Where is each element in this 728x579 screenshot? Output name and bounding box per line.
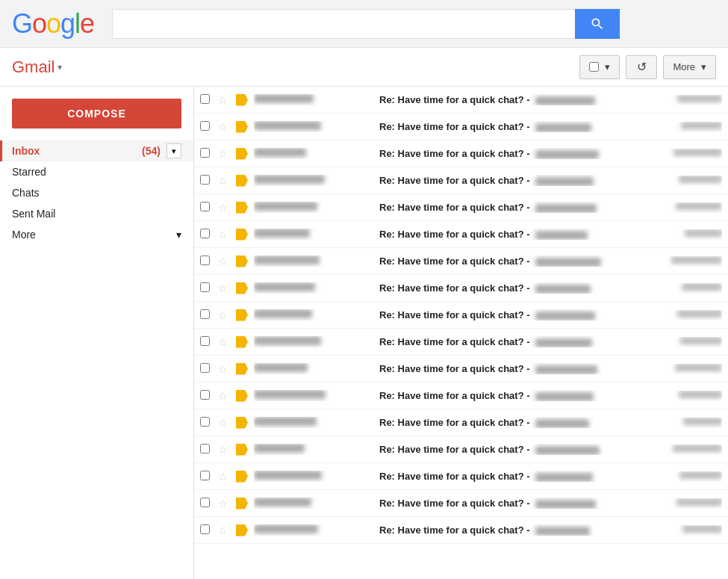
star-icon[interactable]: ☆ xyxy=(218,390,233,402)
star-icon[interactable]: ☆ xyxy=(218,94,233,106)
email-row[interactable]: ☆ Re: Have time for a quick chat? - xyxy=(194,248,728,275)
email-checkbox[interactable] xyxy=(200,282,215,294)
inbox-expand-button[interactable]: ▾ xyxy=(167,143,181,158)
email-checkbox[interactable] xyxy=(200,417,215,429)
row-checkbox[interactable] xyxy=(200,336,210,346)
email-checkbox[interactable] xyxy=(200,229,215,241)
search-icon xyxy=(590,16,605,31)
subject-text: Re: Have time for a quick chat? - xyxy=(379,229,530,240)
compose-button[interactable]: COMPOSE xyxy=(12,99,181,129)
star-icon[interactable]: ☆ xyxy=(218,175,233,187)
email-row[interactable]: ☆ Re: Have time for a quick chat? - xyxy=(194,275,728,302)
email-row[interactable]: ☆ Re: Have time for a quick chat? - xyxy=(194,409,728,436)
email-row[interactable]: ☆ Re: Have time for a quick chat? - xyxy=(194,463,728,490)
email-checkbox[interactable] xyxy=(200,121,215,133)
email-row[interactable]: ☆ Re: Have time for a quick chat? - xyxy=(194,302,728,329)
email-checkbox[interactable] xyxy=(200,175,215,187)
email-checkbox[interactable] xyxy=(200,309,215,321)
subject-snippet-blurred xyxy=(532,524,590,536)
email-checkbox[interactable] xyxy=(200,444,215,456)
email-row[interactable]: ☆ Re: Have time for a quick chat? - xyxy=(194,517,728,544)
email-sender xyxy=(254,363,373,374)
email-checkbox[interactable] xyxy=(200,471,215,483)
subject-text: Re: Have time for a quick chat? - xyxy=(379,121,530,132)
more-button[interactable]: More ▾ xyxy=(663,55,716,79)
snippet-blur xyxy=(535,177,594,186)
email-row[interactable]: ☆ Re: Have time for a quick chat? - xyxy=(194,490,728,517)
star-icon[interactable]: ☆ xyxy=(218,121,233,133)
email-checkbox[interactable] xyxy=(200,256,215,267)
star-icon[interactable]: ☆ xyxy=(218,256,233,267)
sidebar-item-more[interactable]: More ▾ xyxy=(0,224,193,245)
row-checkbox[interactable] xyxy=(200,94,210,104)
row-checkbox[interactable] xyxy=(200,363,210,373)
subject-snippet-blurred xyxy=(532,444,600,455)
google-logo: Google xyxy=(12,8,94,40)
row-checkbox[interactable] xyxy=(200,148,210,158)
star-icon[interactable]: ☆ xyxy=(218,336,233,348)
row-checkbox[interactable] xyxy=(200,390,210,400)
star-icon[interactable]: ☆ xyxy=(218,309,233,321)
email-row[interactable]: ☆ Re: Have time for a quick chat? - xyxy=(194,221,728,248)
email-row[interactable]: ☆ Re: Have time for a quick chat? - xyxy=(194,329,728,356)
star-icon[interactable]: ☆ xyxy=(218,148,233,160)
select-button[interactable]: ▾ xyxy=(579,55,620,79)
star-icon[interactable]: ☆ xyxy=(218,229,233,241)
logo-text: Google xyxy=(12,8,94,40)
search-button[interactable] xyxy=(575,9,620,39)
row-checkbox[interactable] xyxy=(200,498,210,507)
row-checkbox[interactable] xyxy=(200,256,210,265)
row-checkbox[interactable] xyxy=(200,444,210,453)
email-checkbox[interactable] xyxy=(200,390,215,402)
star-icon[interactable]: ☆ xyxy=(218,282,233,294)
email-checkbox[interactable] xyxy=(200,94,215,106)
star-icon[interactable]: ☆ xyxy=(218,498,233,510)
email-checkbox[interactable] xyxy=(200,202,215,214)
email-tag-icon xyxy=(236,471,248,483)
email-checkbox[interactable] xyxy=(200,148,215,160)
email-checkbox[interactable] xyxy=(200,498,215,510)
sender-name-blurred xyxy=(254,444,305,453)
star-icon[interactable]: ☆ xyxy=(218,524,233,536)
row-checkbox[interactable] xyxy=(200,175,210,185)
email-row[interactable]: ☆ Re: Have time for a quick chat? - xyxy=(194,167,728,194)
email-row[interactable]: ☆ Re: Have time for a quick chat? - xyxy=(194,194,728,221)
email-checkbox[interactable] xyxy=(200,363,215,375)
star-icon[interactable]: ☆ xyxy=(218,417,233,429)
email-checkbox[interactable] xyxy=(200,336,215,348)
gmail-label[interactable]: Gmail ▾ xyxy=(12,58,206,77)
search-input[interactable] xyxy=(112,9,575,39)
star-icon[interactable]: ☆ xyxy=(218,444,233,456)
sidebar-item-inbox[interactable]: Inbox (54) ▾ xyxy=(0,140,193,161)
sidebar-item-sent[interactable]: Sent Mail xyxy=(0,203,193,224)
email-tag-icon xyxy=(236,309,248,321)
email-row[interactable]: ☆ Re: Have time for a quick chat? - xyxy=(194,87,728,114)
email-row[interactable]: ☆ Re: Have time for a quick chat? - xyxy=(194,140,728,167)
star-icon[interactable]: ☆ xyxy=(218,471,233,483)
email-row[interactable]: ☆ Re: Have time for a quick chat? - xyxy=(194,114,728,140)
sender-name-blurred xyxy=(254,229,310,238)
email-time xyxy=(647,498,722,509)
sidebar-item-starred[interactable]: Starred xyxy=(0,161,193,182)
email-time xyxy=(647,202,722,213)
star-icon[interactable]: ☆ xyxy=(218,363,233,375)
row-checkbox[interactable] xyxy=(200,524,210,534)
select-all-checkbox[interactable] xyxy=(589,62,599,72)
row-checkbox[interactable] xyxy=(200,309,210,319)
email-row[interactable]: ☆ Re: Have time for a quick chat? - xyxy=(194,383,728,409)
email-row[interactable]: ☆ Re: Have time for a quick chat? - xyxy=(194,356,728,383)
sidebar-item-chats[interactable]: Chats xyxy=(0,182,193,203)
row-checkbox[interactable] xyxy=(200,282,210,292)
row-checkbox[interactable] xyxy=(200,202,210,211)
row-checkbox[interactable] xyxy=(200,121,210,131)
email-row[interactable]: ☆ Re: Have time for a quick chat? - xyxy=(194,436,728,463)
subject-snippet-blurred xyxy=(532,309,595,321)
row-checkbox[interactable] xyxy=(200,229,210,238)
subject-text: Re: Have time for a quick chat? - xyxy=(379,417,530,428)
email-checkbox[interactable] xyxy=(200,524,215,536)
row-checkbox[interactable] xyxy=(200,417,210,427)
time-blur xyxy=(671,256,722,264)
star-icon[interactable]: ☆ xyxy=(218,202,233,214)
row-checkbox[interactable] xyxy=(200,471,210,480)
refresh-button[interactable]: ↺ xyxy=(626,55,657,79)
